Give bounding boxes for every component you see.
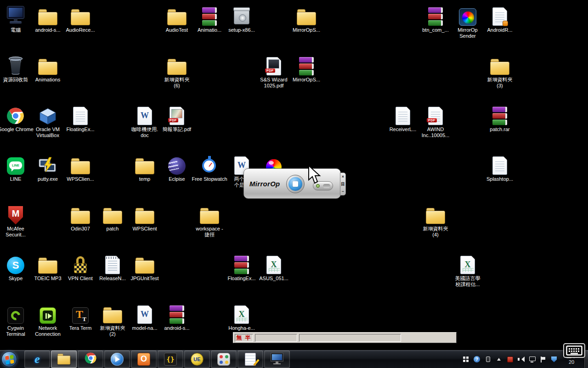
desktop-icon-odin307-folder[interactable]: Odin307 [62, 203, 99, 232]
hongha-excel-icon: X [223, 303, 260, 324]
desktop-icon-mirrorop-sender[interactable]: MirrorOp Sender [449, 5, 486, 39]
desktop-icon-androidr-doc[interactable]: AndroidR... [481, 5, 518, 33]
desktop-icon-tera-term[interactable]: TTTera Term [62, 303, 99, 331]
internet-explorer-button[interactable]: e [24, 351, 50, 368]
desktop-icon-hongha-excel[interactable]: XHongha-e... [223, 303, 260, 331]
desktop-icon-wpsclien-folder[interactable]: WPSClien... [62, 154, 99, 182]
desktop-icon-wpsclient-folder[interactable]: WPSClient [126, 203, 163, 232]
wpsclient-folder-icon [126, 203, 163, 224]
desktop-icon-recycle-bin[interactable]: 資源回收筒 [0, 54, 34, 83]
mirrorop-menu-button[interactable]: 目 [340, 181, 345, 187]
desktop-icon-awind-pdf[interactable]: PDFAWIND Inc..10005... [417, 104, 454, 138]
icon-label: S&S Wizard 1025.pdf [255, 77, 292, 89]
desktop-icon-animations-folder[interactable]: Animations [29, 54, 66, 83]
ime-mode-indicator[interactable]: 無 半 [235, 334, 253, 342]
desktop-icon-eclipse[interactable]: Eclpise [158, 154, 195, 182]
floatingex-rar-icon [223, 253, 260, 274]
desktop-icon-vpn-client[interactable]: VPN Client [62, 253, 99, 282]
desktop-icon-toeic-folder[interactable]: TOEIC MP3 [29, 253, 66, 282]
icon-label: Network Connection [29, 325, 66, 337]
paint-button[interactable] [211, 351, 237, 368]
jpgunittest-folder-icon [126, 253, 163, 274]
desktop-icon-computer[interactable]: 電腦 [0, 5, 34, 33]
desktop-icon-temp-folder[interactable]: temp [126, 154, 163, 182]
desktop-icon-asus-excel[interactable]: XASUS_051... [255, 253, 292, 282]
tray-gadget-icon[interactable] [462, 356, 469, 363]
desktop-icon-line[interactable]: LINELINE [0, 154, 34, 182]
desktop-icon-audiotest-folder[interactable]: AudioTest [158, 5, 195, 33]
desktop-icon-mcafee[interactable]: MMcAfee Securit... [0, 203, 34, 238]
desktop-icon-audiorece-folder[interactable]: AudioRece... [62, 5, 99, 33]
desktop-icon-android-s-rar[interactable]: android-s... [158, 303, 195, 331]
tray-action-center-icon[interactable] [539, 356, 547, 363]
mirrorop-close-button[interactable]: × [340, 174, 345, 180]
icon-label: btn_com_... [417, 27, 454, 33]
desktop-icon-skype[interactable]: SSkype [0, 253, 34, 282]
tray-help-icon[interactable]: ? [473, 356, 481, 363]
tray-ime-icon[interactable] [506, 356, 514, 363]
media-player-button[interactable] [104, 351, 130, 368]
desktop-icon-mirrorops-rar[interactable]: MirrorOpS... [288, 54, 325, 83]
desktop-icon-new-folder-4[interactable]: 新增資料夾 (4) [417, 203, 454, 238]
outlook-button[interactable]: O [131, 351, 157, 368]
patch-rar-icon [481, 104, 518, 125]
outlook-icon: O [137, 353, 150, 366]
desktop-icon-mirrorops-folder[interactable]: MirrorOpS... [288, 5, 325, 33]
icon-label: model-na... [126, 325, 163, 331]
desktop-icon-virtualbox[interactable]: Oracle VM VirtualBox [29, 104, 66, 138]
icon-label: Odin307 [62, 226, 99, 232]
desktop-icon-btn-com-rar[interactable]: btn_com_... [417, 5, 454, 33]
desktop-icon-free-stopwatch[interactable]: Free Stopwatch [191, 154, 228, 182]
desktop-icon-releasen-notepad[interactable]: ReleaseN... [94, 253, 131, 282]
desktop-icon-receiverl-doc[interactable]: ReceiverL... [384, 104, 421, 132]
notepad-button[interactable] [237, 351, 263, 368]
desktop-icon-model-na-doc[interactable]: Wmodel-na... [126, 303, 163, 331]
mirrorop-stop-button[interactable] [286, 175, 305, 193]
ultraedit-button[interactable]: UE [184, 351, 210, 368]
odin307-folder-icon [62, 203, 99, 224]
code-editor-button[interactable]: {} [158, 351, 183, 368]
mirrorop-display-button[interactable] [264, 351, 290, 368]
touch-keyboard-button[interactable] [563, 343, 585, 358]
desktop-icon-cygwin[interactable]: Cygwin Terminal [0, 303, 34, 337]
desktop-icon-setup-x86[interactable]: setup-x86... [223, 5, 260, 33]
notepad-icon [245, 353, 256, 366]
windows-explorer-button[interactable] [51, 351, 77, 368]
desktop-icon-ss-wizard-pdf[interactable]: PDFS&S Wizard 1025.pdf [255, 54, 292, 89]
tray-usb-icon[interactable] [484, 356, 492, 363]
desktop-icon-workspace-shortcut[interactable]: workspace - 捷徑 [191, 203, 228, 238]
icon-label: 簡報筆記.pdf [158, 126, 195, 132]
chrome-button[interactable] [78, 351, 103, 368]
desktop-icon-new-folder-6[interactable]: 新增資料夾 (6) [158, 54, 195, 89]
desktop-icon-jpgunittest-folder[interactable]: JPGUnitTest [126, 253, 163, 282]
mirrorop-logo: MirrorOp [249, 180, 280, 188]
desktop-icon-coffee-doc[interactable]: W咖啡機使用. doc [126, 104, 163, 138]
desktop-icon-floatingex-rar[interactable]: FloatingEx... [223, 253, 260, 282]
tray-volume-icon[interactable] [517, 356, 525, 363]
start-button[interactable] [0, 350, 24, 368]
mirrorop-minimize-button[interactable]: − [340, 189, 345, 195]
desktop[interactable]: 電腦android-s...AudioRece...AudioTestAnima… [0, 0, 588, 368]
tray-security-icon[interactable] [550, 356, 558, 363]
desktop-icon-language-school-excel[interactable]: X美國語言學 校課程估... [449, 253, 486, 288]
icon-label: Free Stopwatch [191, 176, 228, 182]
skype-icon: S [0, 253, 34, 274]
desktop-icon-new-folder-2[interactable]: 新增資料夾 (2) [94, 303, 131, 337]
icon-label: WPSClien... [62, 176, 99, 182]
mouse-cursor-icon [307, 165, 321, 185]
desktop-icon-patch-rar[interactable]: patch.rar [481, 104, 518, 132]
mirrorop-toolbar[interactable]: MirrorOp × 目 − [243, 168, 341, 199]
desktop-icon-putty[interactable]: putty.exe [29, 154, 66, 182]
tray-network-icon[interactable] [528, 356, 536, 363]
desktop-icon-android-s-folder[interactable]: android-s... [29, 5, 66, 33]
tray-hidden-icons-icon[interactable] [495, 356, 503, 363]
desktop-icon-patch-folder[interactable]: patch [94, 203, 131, 232]
desktop-icon-google-chrome[interactable]: Google Chrome [0, 104, 34, 132]
desktop-icon-splashtop-doc[interactable]: Splashtop... [481, 154, 518, 182]
ime-status-bar[interactable]: 無 半 [233, 332, 457, 343]
desktop-icon-animatio-rar[interactable]: Animatio... [191, 5, 228, 33]
desktop-icon-floatingex-doc[interactable]: FloatingEx... [62, 104, 99, 132]
desktop-icon-briefing-pdf[interactable]: PDF簡報筆記.pdf [158, 104, 195, 132]
desktop-icon-new-folder-3[interactable]: 新增資料夾 (3) [481, 54, 518, 89]
desktop-icon-network-connection[interactable]: Network Connection [29, 303, 66, 337]
